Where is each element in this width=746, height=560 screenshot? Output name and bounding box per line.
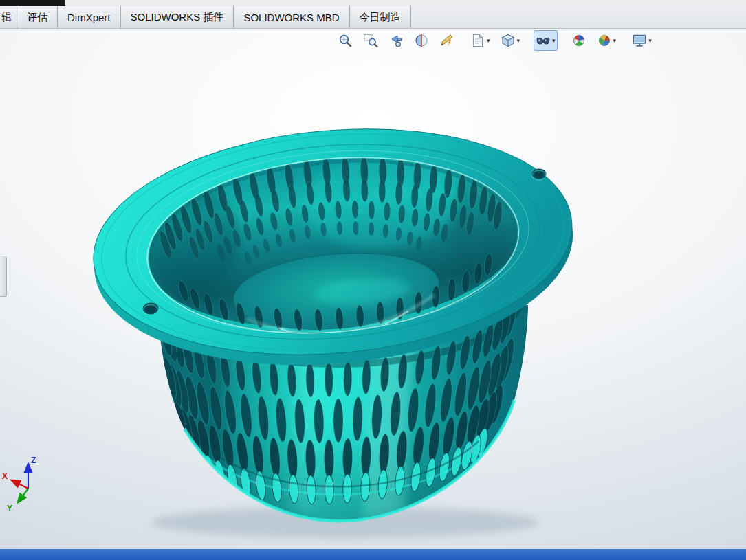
edit-appearance-button[interactable] <box>569 30 589 51</box>
view-orientation-button[interactable] <box>468 30 492 51</box>
apply-scene-icon <box>597 33 612 48</box>
tab-today-manufacture[interactable]: 今日制造 <box>350 6 411 28</box>
tab-evaluate[interactable]: 评估 <box>17 6 58 28</box>
previous-view-button[interactable] <box>386 30 406 51</box>
view-orientation-icon <box>470 33 485 48</box>
commandmanager-tabs: 辑 评估 DimXpert SOLIDWORKS 插件 SOLIDWORKS M… <box>0 6 746 29</box>
zoom-to-area-button[interactable] <box>361 30 380 51</box>
hide-show-items-icon <box>536 33 551 48</box>
dropdown-caret-icon[interactable] <box>517 38 520 44</box>
hide-show-items-button[interactable] <box>534 30 558 51</box>
tab-dimxpert[interactable]: DimXpert <box>58 6 121 28</box>
viewport-3d[interactable]: Z X Y <box>0 0 746 560</box>
3d-drawing-view-button[interactable] <box>437 30 457 51</box>
zoom-to-fit-icon <box>338 33 353 48</box>
view-settings-icon <box>632 33 647 48</box>
edit-appearance-icon <box>571 33 586 48</box>
view-settings-button[interactable] <box>630 30 654 51</box>
zoom-to-fit-button[interactable] <box>336 30 355 51</box>
display-style-icon <box>501 33 516 48</box>
triad-y-axis <box>18 489 28 502</box>
collapsed-panel-tab[interactable] <box>0 256 7 297</box>
window-top-strip <box>0 0 746 6</box>
flange-hole-right <box>532 169 546 180</box>
section-view-icon <box>414 33 429 48</box>
zoom-to-area-icon <box>363 33 378 48</box>
flange-hole-left <box>143 303 158 316</box>
triad-x-axis <box>12 480 28 489</box>
model-basket[interactable] <box>84 110 582 538</box>
triad-x-label: X <box>2 471 8 481</box>
3d-drawing-view-icon <box>439 33 454 48</box>
section-view-button[interactable] <box>412 30 431 51</box>
heads-up-toolbar <box>336 30 654 51</box>
menu-remnant <box>0 0 65 6</box>
dropdown-caret-icon[interactable] <box>613 38 617 44</box>
previous-view-icon <box>388 33 404 48</box>
dropdown-caret-icon[interactable] <box>552 38 556 44</box>
tabbar-filler <box>411 6 746 28</box>
orientation-triad: Z X Y <box>2 456 36 513</box>
display-style-button[interactable] <box>498 30 523 51</box>
tab-solidworks-mbd[interactable]: SOLIDWORKS MBD <box>234 6 349 28</box>
triad-y-label: Y <box>7 504 12 513</box>
dropdown-caret-icon[interactable] <box>487 38 490 44</box>
tab-solidworks-addins[interactable]: SOLIDWORKS 插件 <box>121 6 234 28</box>
tab-edit-partial[interactable]: 辑 <box>0 6 17 28</box>
apply-scene-button[interactable] <box>595 30 619 51</box>
dropdown-caret-icon[interactable] <box>648 38 652 44</box>
triad-z-label: Z <box>31 456 36 465</box>
status-bar <box>0 549 746 560</box>
